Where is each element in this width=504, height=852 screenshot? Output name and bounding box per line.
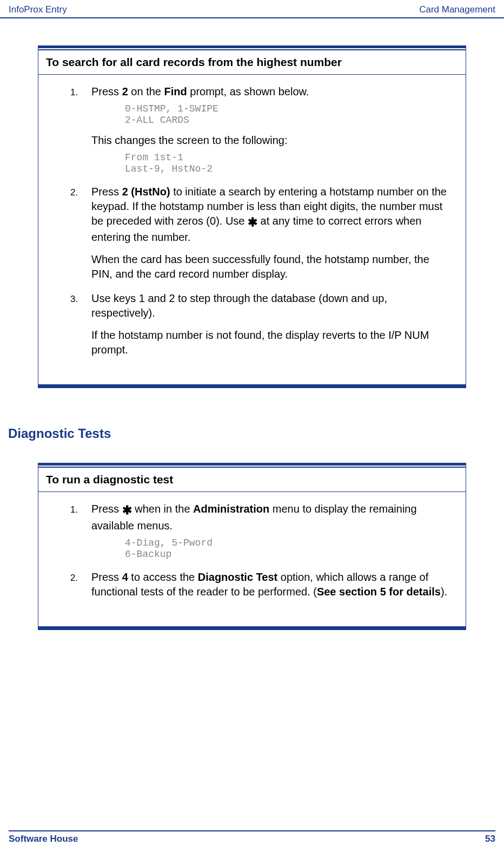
asterisk-icon: ✱ <box>122 502 132 519</box>
text: when in the <box>132 503 193 515</box>
footer-left: Software House <box>9 834 78 844</box>
lcd-display-text: From 1st-1 Last-9, HstNo-2 <box>125 152 449 174</box>
bold-text: 2 <box>122 86 128 97</box>
list-item: Press ✱ when in the Administration menu … <box>81 502 449 560</box>
text: Press <box>91 186 122 198</box>
bold-text: Administration <box>193 503 269 515</box>
list-item: Press 4 to access the Diagnostic Test op… <box>81 570 449 599</box>
procedure-box-diagnostic: To run a diagnostic test Press ✱ when in… <box>38 463 466 630</box>
text: This changes the screen to the following… <box>91 133 449 148</box>
section-heading: Diagnostic Tests <box>8 426 466 441</box>
list-item: Press 2 (HstNo) to initiate a search by … <box>81 185 449 282</box>
box-rule <box>38 385 466 388</box>
header-left: InfoProx Entry <box>9 4 67 15</box>
text: to access the <box>128 571 198 583</box>
bold-text: Find <box>164 86 187 97</box>
text: on the <box>128 86 164 97</box>
bold-text: Diagnostic Test <box>198 571 277 583</box>
box-body: Press ✱ when in the Administration menu … <box>38 492 466 625</box>
page-footer: Software House 53 <box>9 830 495 844</box>
text: Press <box>91 503 122 515</box>
box-body: Press 2 on the Find prompt, as shown bel… <box>38 75 466 383</box>
procedure-box-search: To search for all card records from the … <box>38 45 466 388</box>
text: prompt, as shown below. <box>187 86 309 97</box>
text: If the hotstamp number is not found, the… <box>91 328 449 357</box>
asterisk-icon: ✱ <box>248 214 257 231</box>
list-item: Use keys 1 and 2 to step through the dat… <box>81 291 449 357</box>
box-rule <box>38 627 466 630</box>
text: Press <box>91 86 122 97</box>
text: Use keys 1 and 2 to step through the dat… <box>91 292 387 319</box>
text: ). <box>441 586 447 598</box>
lcd-display-text: 0-HSTMP, 1-SWIPE 2-ALL CARDS <box>125 103 449 126</box>
footer-right: 53 <box>485 834 495 844</box>
bold-text: See section 5 for details <box>317 586 441 598</box>
lcd-display-text: 4-Diag, 5-Pword 6-Backup <box>125 538 449 560</box>
text: Press <box>91 571 122 583</box>
page-header: InfoProx Entry Card Management <box>0 0 504 18</box>
text: When the card has been successfully foun… <box>91 252 449 281</box>
bold-text: 4 <box>122 571 128 583</box>
header-right: Card Management <box>419 4 495 15</box>
content-area: To search for all card records from the … <box>0 18 504 630</box>
bold-text: 2 (HstNo) <box>122 186 170 198</box>
box-title: To run a diagnostic test <box>38 468 466 492</box>
box-title: To search for all card records from the … <box>38 50 466 75</box>
list-item: Press 2 on the Find prompt, as shown bel… <box>81 84 449 175</box>
